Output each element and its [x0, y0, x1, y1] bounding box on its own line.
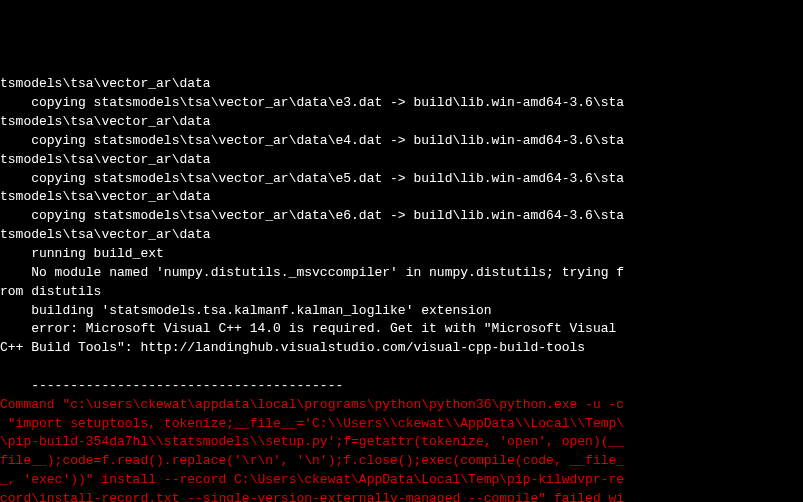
terminal-line: _, 'exec'))" install --record C:\Users\c…: [0, 471, 803, 490]
terminal-line: copying statsmodels\tsa\vector_ar\data\e…: [0, 132, 803, 151]
terminal-line: error: Microsoft Visual C++ 14.0 is requ…: [0, 320, 803, 339]
terminal-line: C++ Build Tools": http://landinghub.visu…: [0, 339, 803, 358]
terminal-line: tsmodels\tsa\vector_ar\data: [0, 75, 803, 94]
terminal-line: copying statsmodels\tsa\vector_ar\data\e…: [0, 207, 803, 226]
terminal-line: Command "c:\users\ckewat\appdata\local\p…: [0, 396, 803, 415]
terminal-line: tsmodels\tsa\vector_ar\data: [0, 113, 803, 132]
terminal-output: tsmodels\tsa\vector_ar\data copying stat…: [0, 75, 803, 502]
terminal-line: tsmodels\tsa\vector_ar\data: [0, 151, 803, 170]
terminal-line: tsmodels\tsa\vector_ar\data: [0, 226, 803, 245]
terminal-line: file__);code=f.read().replace('\r\n', '\…: [0, 452, 803, 471]
terminal-line: rom distutils: [0, 283, 803, 302]
terminal-line: copying statsmodels\tsa\vector_ar\data\e…: [0, 94, 803, 113]
terminal-line: running build_ext: [0, 245, 803, 264]
terminal-line: cord\install-record.txt --single-version…: [0, 490, 803, 502]
terminal-line: building 'statsmodels.tsa.kalmanf.kalman…: [0, 302, 803, 321]
terminal-line: copying statsmodels\tsa\vector_ar\data\e…: [0, 170, 803, 189]
terminal-line: tsmodels\tsa\vector_ar\data: [0, 188, 803, 207]
terminal-line: \pip-build-354da7hl\\statsmodels\\setup.…: [0, 433, 803, 452]
terminal-line: "import setuptools, tokenize;__file__='C…: [0, 415, 803, 434]
terminal-line: [0, 358, 803, 377]
terminal-line: ----------------------------------------: [0, 377, 803, 396]
terminal-line: No module named 'numpy.distutils._msvcco…: [0, 264, 803, 283]
